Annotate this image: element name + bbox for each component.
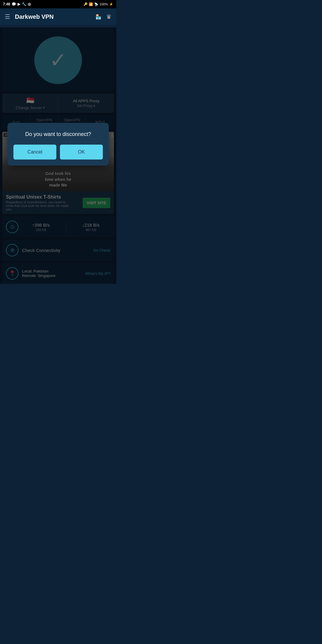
status-time: 7:48 bbox=[3, 2, 10, 6]
app-bar-left: ☰ Darkweb VPN bbox=[5, 13, 54, 20]
crown-icon[interactable]: ♛ bbox=[106, 13, 112, 20]
signal-icon: 📡 bbox=[94, 2, 98, 6]
ok-button[interactable]: OK bbox=[60, 145, 103, 160]
whatsapp-icon: 💬 bbox=[12, 2, 16, 6]
status-right: 🔑 📶 📡 100% ⚡ bbox=[83, 2, 113, 6]
key-icon: 🔑 bbox=[83, 2, 88, 6]
app-bar-right: 🏪 ♛ bbox=[95, 13, 112, 20]
wrench-icon: 🔧 bbox=[22, 2, 26, 6]
main-content: ✓ 🇸🇬 Change Server ▾ All APPS Proxy Set … bbox=[0, 27, 116, 284]
cancel-button[interactable]: Cancel bbox=[13, 145, 56, 160]
youtube-icon: ▶ bbox=[18, 2, 20, 6]
status-left: 7:48 💬 ▶ 🔧 ◎ bbox=[3, 2, 31, 6]
wifi-icon: 📶 bbox=[89, 2, 93, 6]
dialog-title: Do you want to disconnect? bbox=[13, 131, 103, 137]
battery-label: 100% bbox=[100, 2, 108, 6]
battery-icon: ⚡ bbox=[109, 2, 113, 6]
dialog-buttons: Cancel OK bbox=[13, 145, 103, 160]
chrome-icon: ◎ bbox=[28, 2, 31, 6]
ad-icon[interactable]: 🏪 bbox=[95, 14, 101, 20]
disconnect-dialog: Do you want to disconnect? Cancel OK bbox=[7, 123, 109, 165]
app-title: Darkweb VPN bbox=[15, 13, 54, 20]
dialog-overlay: Do you want to disconnect? Cancel OK bbox=[0, 27, 116, 284]
status-bar: 7:48 💬 ▶ 🔧 ◎ 🔑 📶 📡 100% ⚡ bbox=[0, 0, 116, 8]
app-bar: ☰ Darkweb VPN 🏪 ♛ bbox=[0, 8, 116, 25]
hamburger-menu-icon[interactable]: ☰ bbox=[5, 13, 10, 20]
